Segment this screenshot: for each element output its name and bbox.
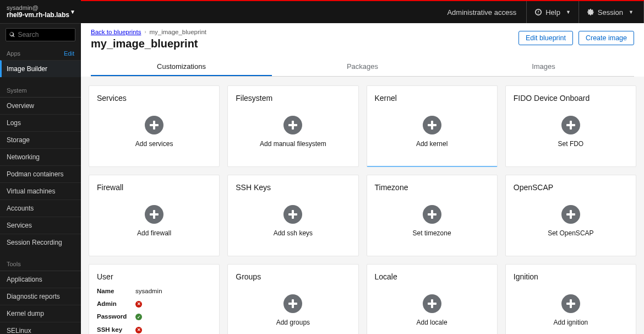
gear-icon — [587, 8, 594, 16]
breadcrumb: Back to blueprints › my_image_blueprint — [91, 29, 206, 35]
chevron-down-icon: ▼ — [566, 9, 571, 15]
field-value: sysadmin — [135, 288, 211, 294]
chevron-down-icon: ▼ — [70, 9, 75, 15]
card-kernel: KernelAdd kernel — [367, 85, 498, 167]
card-groups: GroupsAdd groups — [227, 264, 358, 334]
add-label: Add groups — [276, 319, 310, 326]
add-action[interactable]: Add kernel — [375, 107, 489, 156]
card-title: Services — [97, 94, 211, 103]
system-label: System — [7, 87, 27, 94]
sidebar-item-kernel-dump[interactable]: Kernel dump — [0, 305, 81, 322]
cards-grid: ServicesAdd servicesFilesystemAdd manual… — [89, 85, 636, 334]
head-actions: Edit blueprint Create image — [519, 31, 634, 45]
sidebar-item-networking[interactable]: Networking — [0, 148, 81, 165]
help-label: Help — [545, 8, 560, 17]
card-fido-device-onboard: FIDO Device OnboardSet FDO — [505, 85, 636, 167]
sidebar-item-overview[interactable]: Overview — [0, 97, 81, 114]
plus-icon — [423, 205, 441, 224]
sidebar-item-storage[interactable]: Storage — [0, 131, 81, 148]
help-menu[interactable]: Help ▼ — [526, 1, 578, 23]
add-action[interactable]: Add manual filesystem — [236, 107, 350, 157]
search-input[interactable] — [18, 31, 72, 39]
chevron-right-icon: › — [144, 29, 146, 35]
plus-icon — [145, 205, 163, 224]
card-filesystem: FilesystemAdd manual filesystem — [227, 85, 358, 167]
field-key: Password — [97, 313, 135, 320]
content: ServicesAdd servicesFilesystemAdd manual… — [81, 77, 644, 334]
card-title: Ignition — [514, 272, 628, 281]
sidebar-item-logs[interactable]: Logs — [0, 114, 81, 131]
sidebar-search[interactable] — [6, 28, 75, 41]
plus-icon — [145, 116, 163, 134]
card-locale: LocaleAdd locale — [367, 264, 498, 334]
sidebar-item-virtual-machines[interactable]: Virtual machines — [0, 182, 81, 200]
sidebar-item-podman-containers[interactable]: Podman containers — [0, 165, 81, 182]
x-icon: ✕ — [135, 327, 142, 333]
add-action[interactable]: Add services — [97, 107, 211, 157]
card-ssh-keys: SSH KeysAdd ssh keys — [227, 175, 358, 256]
field-value: ✕ — [135, 326, 211, 333]
add-action[interactable]: Add ssh keys — [236, 196, 350, 246]
check-icon: ✓ — [135, 314, 142, 320]
add-action[interactable]: Set timezone — [375, 196, 489, 246]
add-label: Add locale — [417, 319, 447, 326]
session-menu[interactable]: Session ▼ — [578, 1, 644, 23]
sidebar-item-diagnostic-reports[interactable]: Diagnostic reports — [0, 288, 81, 305]
search-icon — [9, 31, 15, 38]
card-title: SSH Keys — [236, 183, 350, 192]
add-action[interactable]: Add ignition — [514, 285, 628, 334]
add-label: Add manual filesystem — [260, 140, 326, 148]
card-title: Timezone — [375, 183, 489, 192]
admin-access-label[interactable]: Administrative access — [437, 8, 526, 17]
sidebar-item-applications[interactable]: Applications — [0, 271, 81, 288]
add-label: Set FDO — [558, 140, 584, 148]
card-title: Locale — [375, 272, 489, 281]
card-title: Groups — [236, 272, 350, 281]
host-name: rhel9-vm.rh-lab.labs — [7, 11, 74, 19]
sidebar-item-session-recording[interactable]: Session Recording — [0, 234, 81, 251]
add-label: Add services — [135, 140, 173, 148]
sidebar-search-wrap — [0, 24, 81, 46]
card-user: UserNamesysadminAdmin✕Password✓SSH key✕ — [89, 264, 220, 334]
plus-icon — [283, 116, 302, 134]
page-head: Back to blueprints › my_image_blueprint … — [81, 23, 644, 50]
sidebar-item-selinux[interactable]: SELinux — [0, 322, 81, 334]
tab-images[interactable]: Images — [453, 58, 634, 76]
add-action[interactable]: Add firewall — [97, 196, 211, 246]
plus-icon — [561, 205, 580, 224]
breadcrumb-current: my_image_blueprint — [149, 29, 206, 35]
page-title: my_image_blueprint — [91, 37, 206, 50]
edit-blueprint-button[interactable]: Edit blueprint — [519, 31, 573, 45]
x-icon: ✕ — [135, 301, 142, 308]
sidebar-item-accounts[interactable]: Accounts — [0, 200, 81, 217]
add-action[interactable]: Set FDO — [514, 107, 628, 157]
sidebar-item-image-builder[interactable]: Image Builder — [0, 60, 81, 77]
breadcrumb-back[interactable]: Back to blueprints — [91, 29, 141, 35]
help-icon — [534, 8, 542, 16]
tabs: CustomizationsPackagesImages — [91, 58, 634, 77]
card-title: Kernel — [375, 94, 489, 103]
sidebar: sysadmin@ rhel9-vm.rh-lab.labs ▼ Apps Ed… — [0, 0, 81, 334]
card-title: User — [97, 272, 211, 281]
system-header: System — [0, 83, 81, 97]
create-image-button[interactable]: Create image — [578, 31, 634, 45]
plus-icon — [283, 294, 302, 313]
add-label: Add ignition — [554, 319, 588, 326]
user-detail: NamesysadminAdmin✕Password✓SSH key✕ — [97, 288, 211, 333]
tab-packages[interactable]: Packages — [272, 58, 453, 76]
field-key: Admin — [97, 300, 135, 307]
add-action[interactable]: Add groups — [236, 285, 350, 334]
plus-icon — [283, 205, 302, 224]
tools-header: Tools — [0, 256, 81, 271]
topbar: Administrative access Help ▼ Session ▼ — [81, 0, 644, 23]
host-switcher[interactable]: sysadmin@ rhel9-vm.rh-lab.labs ▼ — [0, 0, 81, 24]
edit-apps-link[interactable]: Edit — [64, 50, 74, 57]
add-label: Add kernel — [416, 140, 447, 148]
host-user: sysadmin@ — [7, 4, 74, 11]
tab-customizations[interactable]: Customizations — [91, 58, 272, 76]
sidebar-item-services[interactable]: Services — [0, 217, 81, 234]
add-label: Set timezone — [413, 229, 451, 237]
add-action[interactable]: Add locale — [375, 285, 489, 334]
plus-icon — [423, 116, 441, 134]
add-action[interactable]: Set OpenSCAP — [514, 196, 628, 246]
